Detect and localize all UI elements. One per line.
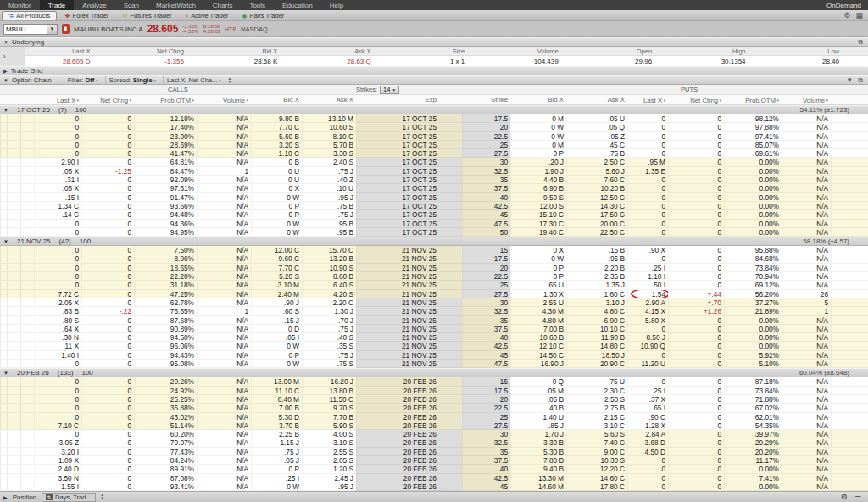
call-cell-prob-otm[interactable]: 94.48%	[134, 210, 197, 219]
put-cell-bid[interactable]: 0 P	[510, 264, 566, 272]
call-cell-net-chng[interactable]: 0	[81, 404, 134, 412]
call-cell-volume[interactable]: N/A	[197, 465, 251, 473]
position-group-dropdown[interactable]: ⇅ Days, Trad...	[42, 493, 96, 502]
call-cell-net-chng[interactable]: 0	[81, 184, 134, 192]
strike-cell[interactable]: 45	[462, 210, 510, 219]
call-cell-bid[interactable]: 11.10 C	[251, 387, 302, 395]
put-cell-net-chng[interactable]: +.44	[668, 290, 724, 298]
layout-grid-icon[interactable]: ▦	[855, 11, 863, 20]
put-cell-last[interactable]: 10.90 Q	[627, 342, 668, 350]
call-cell-ask[interactable]: 10.60 S	[302, 123, 356, 131]
call-cell-bid[interactable]: 2.25 B	[251, 430, 302, 438]
call-header-bid-x[interactable]: Bid X	[251, 95, 302, 104]
put-cell-volume[interactable]: N/A	[782, 254, 831, 263]
put-cell-volume[interactable]: N/A	[782, 474, 831, 482]
call-cell-ask[interactable]: .95 J	[302, 193, 356, 202]
call-cell-net-chng[interactable]: 0	[81, 228, 134, 237]
call-cell-prob-otm[interactable]: 94.43%	[134, 351, 197, 360]
call-cell-ask[interactable]: 1.30 J	[302, 307, 356, 315]
put-cell-bid[interactable]: .05 B	[510, 395, 566, 404]
put-cell-last[interactable]: 0	[627, 149, 668, 158]
call-cell-net-chng[interactable]: 0	[81, 360, 134, 368]
menu-item-help[interactable]: Help	[321, 0, 352, 10]
call-cell-ask[interactable]: .40 Z	[302, 176, 356, 184]
spread-dropdown[interactable]: Spread:Single▾	[105, 76, 159, 85]
put-cell-ask[interactable]: 14.30 C	[566, 202, 627, 210]
call-cell-prob-otm[interactable]: 7.50%	[134, 246, 197, 254]
put-header-net-chng[interactable]: Net Chng ▾	[668, 95, 724, 104]
call-cell-prob-otm[interactable]: 76.65%	[134, 307, 197, 315]
put-cell-last[interactable]: 0	[627, 193, 668, 202]
put-cell-prob-otm[interactable]: 97.41%	[724, 132, 782, 141]
call-cell-volume[interactable]: 1	[197, 167, 251, 176]
put-cell-last[interactable]: 0	[627, 176, 668, 184]
call-cell-ask[interactable]: 2.20 C	[302, 298, 356, 307]
call-cell-bid[interactable]: 0 U	[251, 167, 302, 176]
call-cell-bid[interactable]: 1.15 J	[251, 438, 302, 447]
call-cell-net-chng[interactable]: 0	[81, 316, 134, 325]
call-cell-prob-otm[interactable]: 94.50%	[134, 333, 197, 342]
call-cell-bid[interactable]: 13.00 M	[251, 377, 302, 386]
call-cell-volume[interactable]: N/A	[197, 448, 251, 456]
strike-cell[interactable]: 22.5	[462, 272, 510, 281]
put-cell-net-chng[interactable]: 0	[668, 325, 724, 333]
put-cell-bid[interactable]: .85 J	[510, 421, 566, 430]
strike-cell[interactable]: 17.5	[462, 114, 510, 123]
call-cell-bid[interactable]: 0 W	[251, 360, 302, 368]
put-cell-ask[interactable]: .75 B	[566, 149, 627, 158]
share-link-badge-icon[interactable]: ▮	[62, 24, 70, 34]
put-cell-volume[interactable]: N/A	[782, 482, 831, 491]
call-cell-volume[interactable]: N/A	[197, 254, 251, 263]
underlying-header-open[interactable]: Open	[587, 47, 681, 55]
underlying-header-net-chng[interactable]: Net Chng	[119, 47, 212, 55]
filter-dropdown[interactable]: Filter:Off▾	[64, 76, 102, 85]
put-cell-volume[interactable]: N/A	[782, 413, 831, 421]
forex-trader-button[interactable]: ❖Forex Trader	[58, 11, 114, 20]
put-cell-ask[interactable]: 7.40 C	[566, 438, 627, 447]
put-cell-last[interactable]: 0	[627, 141, 668, 149]
underlying-section-bar[interactable]: ▼ Underlying ⧉	[0, 37, 868, 47]
put-cell-prob-otm[interactable]: 70.94%	[724, 272, 782, 281]
call-cell-prob-otm[interactable]: 31.18%	[134, 281, 197, 289]
put-cell-bid[interactable]: 0 P	[510, 272, 566, 281]
strike-cell[interactable]: 22.5	[462, 132, 510, 141]
underlying-header-low[interactable]: Low	[775, 47, 868, 55]
call-cell-prob-otm[interactable]: 28.69%	[134, 141, 197, 149]
put-cell-last[interactable]: 1.54	[627, 290, 668, 298]
strike-cell[interactable]: 42.5	[462, 342, 510, 350]
call-cell-prob-otm[interactable]: 95.08%	[134, 360, 197, 368]
put-cell-bid[interactable]: 13.30 M	[510, 474, 566, 482]
call-cell-net-chng[interactable]: 0	[81, 351, 134, 360]
put-cell-prob-otm[interactable]: 39.97%	[724, 430, 782, 438]
put-cell-ask[interactable]: 2.30 C	[566, 387, 627, 395]
pairs-trader-button[interactable]: ◉Pairs Trader	[236, 11, 290, 20]
call-cell-net-chng[interactable]: 0	[81, 474, 134, 482]
put-cell-volume[interactable]: N/A	[782, 149, 831, 158]
put-cell-last[interactable]: 0	[627, 482, 668, 491]
collapse-arrow-icon[interactable]: ▼	[3, 40, 8, 45]
put-cell-ask[interactable]: 3.10 C	[566, 421, 627, 430]
put-cell-last[interactable]: 2.90 A	[627, 298, 668, 307]
call-cell-volume[interactable]: N/A	[197, 316, 251, 325]
put-cell-net-chng[interactable]: 0	[668, 351, 724, 360]
filter-funnel-icon[interactable]: ▼	[846, 76, 854, 84]
call-cell-last[interactable]: 0	[34, 413, 81, 421]
put-cell-last[interactable]: 0	[627, 377, 668, 386]
call-cell-last[interactable]: 0	[34, 132, 81, 141]
call-cell-volume[interactable]: N/A	[197, 132, 251, 141]
put-cell-volume[interactable]: N/A	[782, 132, 831, 141]
call-cell-ask[interactable]: .35 S	[302, 342, 356, 350]
call-cell-last[interactable]: 0	[34, 141, 81, 149]
put-cell-ask[interactable]: 11.90 B	[566, 333, 627, 342]
menu-item-tools[interactable]: Tools	[241, 0, 274, 10]
put-cell-ask[interactable]: 1.60 C	[566, 290, 627, 298]
strike-cell[interactable]: 25	[462, 281, 510, 289]
call-cell-prob-otm[interactable]: 60.20%	[134, 430, 197, 438]
strike-cell[interactable]: 17.5	[462, 254, 510, 263]
call-cell-last[interactable]: 0	[34, 281, 81, 289]
call-cell-volume[interactable]: N/A	[197, 228, 251, 237]
put-cell-last[interactable]: 11.20 U	[627, 360, 668, 368]
call-cell-net-chng[interactable]: 0	[81, 377, 134, 386]
call-cell-ask[interactable]: 4.00 S	[302, 430, 356, 438]
position-section-bar[interactable]: ▶ Position ⇅ Days, Trad... ▲▼ ⚙ ☰	[0, 491, 868, 502]
